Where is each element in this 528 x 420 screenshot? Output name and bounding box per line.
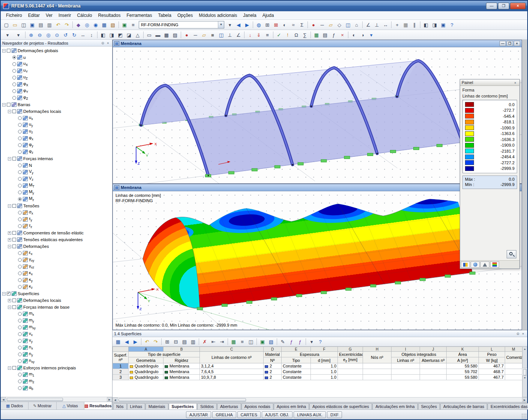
tree-radio[interactable] (18, 190, 22, 194)
tree-checkbox[interactable] (12, 298, 16, 302)
window-split-icon[interactable]: ◧ (422, 21, 430, 28)
display-solid-icon[interactable]: ▬ (154, 31, 162, 39)
tree-item[interactable]: αb (1, 385, 112, 392)
measure-icon[interactable]: ↔ (381, 21, 390, 28)
pin-icon[interactable]: ⊙ (100, 40, 105, 45)
menu-item-ver[interactable]: Ver (43, 12, 56, 19)
redo-icon[interactable]: ↷ (63, 21, 71, 28)
column-header-area-u[interactable]: A [m²] (447, 357, 479, 363)
help-icon[interactable]: ? (448, 21, 456, 28)
tree-radio[interactable] (12, 56, 16, 59)
pin-icon[interactable]: ⊙ (515, 331, 520, 336)
delete-all-icon[interactable]: ✗ (201, 338, 209, 345)
cell-aberturas[interactable] (420, 363, 447, 369)
tree-item[interactable]: MT (1, 182, 112, 189)
print-icon[interactable]: ▤ (37, 21, 45, 28)
menu-item-ferramentas[interactable]: Ferramentas (123, 12, 155, 19)
cell-linhas-contorno[interactable]: 7,6,4,5 (200, 369, 264, 375)
panel-scale-tab[interactable] (490, 261, 499, 268)
close-file-icon[interactable]: ◫ (20, 21, 28, 28)
cell-area[interactable]: 59.580 (447, 363, 479, 369)
column-letter-D[interactable]: D (264, 347, 282, 352)
zoom-window-icon[interactable]: ◎ (44, 31, 52, 39)
tree-radio[interactable] (18, 184, 22, 188)
tree-expander-icon[interactable]: − (2, 292, 6, 296)
tree-item[interactable]: +Deformações locais (1, 297, 112, 304)
navigator-tab-vistas[interactable]: △Vistas (57, 402, 84, 410)
cell-ez[interactable] (338, 363, 363, 369)
column-header-superf[interactable]: Superf.nº (113, 352, 129, 363)
column-header-geometria[interactable]: Geometria (129, 357, 164, 363)
navigator-tab-mostrar[interactable]: ✎Mostrar (28, 402, 56, 410)
result-sums-icon[interactable]: Σ (298, 21, 306, 28)
tree-expander-icon[interactable]: − (2, 49, 6, 52)
tree-expander-icon[interactable]: − (8, 157, 11, 160)
tree-item[interactable]: −Deformações (1, 243, 112, 250)
tree-checkbox[interactable] (12, 366, 16, 370)
tree-item[interactable]: κx (1, 270, 112, 277)
cell-tipo[interactable]: Constante (282, 369, 311, 375)
table-tab-materiais[interactable]: Materiais (146, 403, 168, 410)
filter-rows-icon[interactable]: ▦ (230, 338, 238, 345)
tree-item[interactable]: Vy (1, 169, 112, 176)
tree-item[interactable]: m1 (1, 371, 112, 378)
previous-table-icon[interactable]: ◀ (123, 338, 131, 345)
tree-radio[interactable] (12, 89, 16, 93)
rotate-right-icon[interactable]: ↻ (70, 31, 78, 39)
view-yz-icon[interactable]: ◩ (116, 31, 124, 39)
tree-radio[interactable] (12, 76, 16, 80)
zoom-in-icon[interactable]: ⊕ (27, 31, 35, 39)
scroll-thumb[interactable] (7, 398, 63, 401)
x-grid-icon[interactable]: ⊞ (263, 21, 272, 28)
tree-item[interactable]: mxy (1, 324, 112, 331)
status-toggle-grelha[interactable]: GRELHA (212, 411, 236, 418)
menu-item-c-lculo[interactable]: Cálculo (74, 12, 95, 19)
tree-radio[interactable] (18, 150, 22, 154)
next-loadcase-icon[interactable]: ▶ (243, 21, 251, 28)
modal-analysis-icon[interactable]: Ω (292, 31, 300, 39)
results-toggle-icon[interactable]: ◐ (350, 31, 358, 39)
table-row[interactable]: 2QuadrânguloMembrana7,6,4,52Constante1.0… (113, 369, 522, 375)
tree-radio[interactable] (18, 211, 22, 214)
show-hinges-icon[interactable]: ⊥ (226, 31, 234, 39)
table-tab-sec-es[interactable]: Secções (418, 403, 440, 410)
render-mode-icon[interactable]: ◆ (74, 21, 82, 28)
table-tab-excentricidades-das-barras[interactable]: Excentricidades das barras (488, 403, 528, 410)
tree-item[interactable]: −Superfícies (1, 290, 112, 297)
cell-linhas[interactable] (392, 375, 420, 380)
tree-radio[interactable] (18, 346, 22, 350)
tree-item[interactable]: εx (1, 250, 112, 256)
cell-rigidez[interactable]: Membrana (164, 375, 200, 380)
zoom-out-icon[interactable]: ⊖ (36, 31, 44, 39)
tree-radio[interactable] (12, 96, 16, 100)
results-display-icon[interactable]: ◐ (280, 21, 289, 28)
cell-peso[interactable]: 468.7 (479, 369, 505, 375)
table-tab-apoios-el-sticos-de-superf-cies[interactable]: Apoios elásticos de superfícies (309, 403, 372, 410)
cell-linhas[interactable] (392, 369, 420, 375)
show-eccentricities-icon[interactable]: ∠ (234, 31, 243, 39)
panel-filter-tab[interactable] (480, 261, 489, 268)
cell-comentario[interactable] (505, 369, 522, 375)
tree-item[interactable]: −Forças internas de base (1, 304, 112, 310)
cell-material[interactable]: 2 (264, 369, 282, 375)
tree-item[interactable]: vy (1, 338, 112, 344)
column-header-peso[interactable]: Peso (479, 352, 505, 357)
tree-radio[interactable] (12, 69, 16, 73)
navigator-tab-resultados[interactable]: ▧Resultados (84, 402, 112, 410)
smooth-results-icon[interactable]: ≈ (289, 21, 297, 28)
column-header-peso-u[interactable]: W [kg] (479, 357, 505, 363)
fe-functions-icon[interactable]: ƒ (330, 31, 338, 39)
table-redo-icon[interactable]: ↷ (152, 338, 160, 345)
check-model-icon[interactable]: ✓ (275, 31, 283, 39)
row-number[interactable]: 1 (113, 363, 129, 369)
cell-tipo[interactable]: Constante (282, 375, 311, 380)
cell-d[interactable]: 1.0 (311, 375, 338, 380)
show-lines-icon[interactable]: ─ (191, 31, 200, 39)
tree-expander-icon[interactable]: − (2, 103, 6, 106)
section-object-icon[interactable]: ⌂ (352, 21, 361, 28)
new-window-icon[interactable]: ▣ (439, 21, 447, 28)
angle-dimension-icon[interactable]: ∠ (364, 21, 372, 28)
cell-area[interactable]: 59.702 (447, 369, 479, 375)
cell-tipo[interactable]: Constante (282, 363, 311, 369)
column-header-area[interactable]: Área (447, 352, 479, 357)
